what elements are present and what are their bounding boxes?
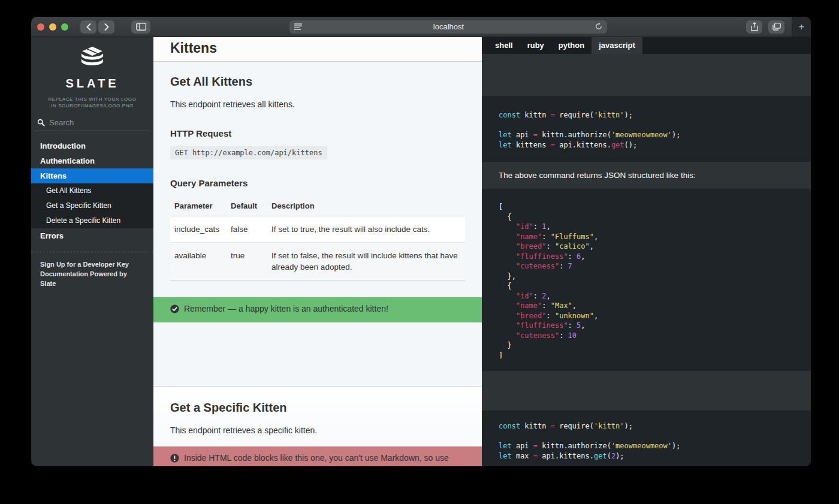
code-block-json-response: [ { "id": 1, "name": "Fluffums", "breed"… bbox=[482, 189, 811, 371]
tabs-icon bbox=[772, 23, 781, 31]
logo-block: SLATE REPLACE THIS WITH YOUR LOGO IN SOU… bbox=[31, 37, 153, 109]
sidebar-item-get-a-specific-kitten[interactable]: Get a Specific Kitten bbox=[31, 198, 153, 213]
sidebar-item-introduction[interactable]: Introduction bbox=[31, 138, 153, 153]
share-button[interactable] bbox=[746, 20, 762, 34]
http-request-heading: HTTP Request bbox=[170, 128, 465, 138]
code-panel-spacer bbox=[482, 54, 811, 96]
page-title-block: Kittens bbox=[153, 37, 482, 62]
history-buttons bbox=[80, 20, 114, 34]
query-parameters-table: ParameterDefaultDescription include_cats… bbox=[170, 197, 465, 280]
section-description: This endpoint retrieves a specific kitte… bbox=[170, 425, 465, 436]
sidebar-toggle-button[interactable] bbox=[131, 20, 150, 34]
exclamation-circle-icon bbox=[170, 454, 179, 466]
section-heading: Get All Kittens bbox=[170, 62, 465, 89]
reload-icon[interactable] bbox=[595, 22, 602, 32]
url-text: localhost bbox=[302, 22, 595, 31]
success-banner-text: Remember — a happy kitten is an authenti… bbox=[184, 304, 388, 313]
table-row: availabletrueIf set to false, the result… bbox=[170, 243, 465, 280]
tab-javascript[interactable]: javascript bbox=[591, 37, 642, 54]
docs-sidebar: SLATE REPLACE THIS WITH YOUR LOGO IN SOU… bbox=[31, 37, 153, 466]
browser-titlebar: localhost + bbox=[31, 17, 811, 37]
search-box bbox=[35, 117, 150, 131]
sidebar-subnav: Get All KittensGet a Specific KittenDele… bbox=[31, 183, 153, 228]
toolbar-right-buttons bbox=[746, 20, 784, 34]
fullscreen-window-button[interactable] bbox=[61, 23, 68, 31]
warning-banner: Inside HTML code blocks like this one, y… bbox=[153, 446, 482, 466]
footer-link-documentation-powered-by-slate[interactable]: Documentation Powered by Slate bbox=[40, 269, 144, 288]
warning-banner-text-pre: Inside HTML code blocks like this one, y… bbox=[184, 453, 449, 463]
table-header: ParameterDefaultDescription bbox=[170, 197, 465, 216]
language-tab-bar: shellrubypythonjavascript bbox=[482, 37, 811, 54]
sidebar-item-get-all-kittens[interactable]: Get All Kittens bbox=[31, 183, 153, 198]
browser-window: localhost + bbox=[31, 17, 811, 466]
sidebar-item-delete-a-specific-kitten[interactable]: Delete a Specific Kitten bbox=[31, 213, 153, 228]
chevron-right-icon bbox=[104, 23, 109, 31]
check-circle-icon bbox=[170, 304, 179, 316]
page-content: SLATE REPLACE THIS WITH YOUR LOGO IN SOU… bbox=[31, 37, 811, 466]
section-heading: Get a Specific Kitten bbox=[170, 387, 465, 415]
column-header-parameter: Parameter bbox=[170, 197, 227, 216]
code-panel: shellrubypythonjavascript const kittn = … bbox=[482, 37, 811, 466]
code-panel-spacer bbox=[482, 371, 811, 411]
success-banner: Remember — a happy kitten is an authenti… bbox=[153, 297, 482, 322]
code-block-js-get-all: const kittn = require('kittn'); let api … bbox=[482, 96, 811, 162]
page-title: Kittens bbox=[170, 40, 465, 56]
section-get-specific-kitten: Get a Specific Kitten This endpoint retr… bbox=[153, 386, 482, 466]
column-header-default: Default bbox=[227, 197, 267, 216]
column-header-description: Description bbox=[267, 197, 465, 216]
docs-main: Kittens Get All Kittens This endpoint re… bbox=[153, 37, 482, 466]
sidebar-item-authentication[interactable]: Authentication bbox=[31, 153, 153, 168]
share-icon bbox=[751, 22, 758, 31]
sidebar-footer: Sign Up for a Developer KeyDocumentation… bbox=[31, 252, 153, 288]
http-request-code: GET http://example.com/api/kittens bbox=[170, 146, 327, 159]
logo-text: SLATE bbox=[31, 77, 153, 90]
tab-ruby[interactable]: ruby bbox=[520, 37, 551, 54]
tab-shell[interactable]: shell bbox=[488, 37, 520, 54]
sidebar-nav: IntroductionAuthenticationKittensGet All… bbox=[31, 138, 153, 243]
sidebar-item-errors[interactable]: Errors bbox=[31, 228, 153, 243]
code-block-js-get-specific: const kittn = require('kittn'); let api … bbox=[482, 411, 811, 466]
chevron-left-icon bbox=[86, 23, 91, 31]
section-description: This endpoint retrieves all kittens. bbox=[170, 99, 465, 110]
code-annotation: The above command returns JSON structure… bbox=[482, 162, 811, 189]
back-button[interactable] bbox=[80, 20, 96, 34]
tab-python[interactable]: python bbox=[551, 37, 591, 54]
new-tab-button[interactable]: + bbox=[792, 17, 811, 37]
close-window-button[interactable] bbox=[37, 23, 44, 31]
search-input[interactable] bbox=[45, 117, 150, 128]
footer-link-sign-up-for-a-developer-key[interactable]: Sign Up for a Developer Key bbox=[40, 259, 144, 269]
screen: localhost + bbox=[0, 0, 839, 504]
slate-books-logo-icon bbox=[77, 46, 108, 72]
plus-icon: + bbox=[799, 22, 804, 32]
logo-tagline: REPLACE THIS WITH YOUR LOGO IN SOURCE/IM… bbox=[31, 96, 153, 109]
forward-button[interactable] bbox=[98, 20, 114, 34]
reader-view-icon[interactable] bbox=[294, 22, 302, 32]
search-icon bbox=[37, 119, 45, 126]
address-bar[interactable]: localhost bbox=[289, 20, 607, 34]
query-parameters-heading: Query Parameters bbox=[170, 178, 465, 188]
traffic-lights bbox=[37, 23, 68, 31]
sidebar-icon bbox=[136, 23, 146, 31]
minimize-window-button[interactable] bbox=[49, 23, 56, 31]
tab-overview-button[interactable] bbox=[768, 20, 784, 34]
table-row: include_catsfalseIf set to true, the res… bbox=[170, 216, 465, 243]
sidebar-item-kittens[interactable]: Kittens bbox=[31, 168, 153, 183]
section-get-all-kittens: Get All Kittens This endpoint retrieves … bbox=[153, 62, 482, 322]
